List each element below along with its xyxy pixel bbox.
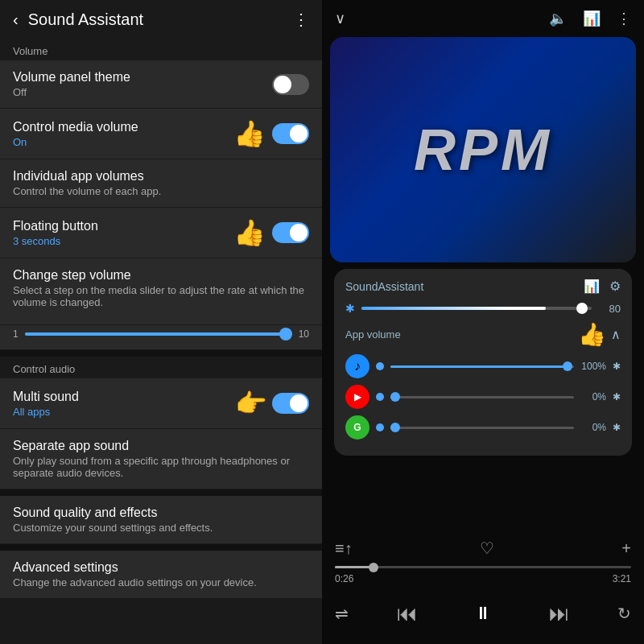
app1-slider-dot — [376, 362, 384, 370]
volume-section-label: Volume — [0, 39, 322, 60]
control-media-volume-subtitle: On — [13, 136, 233, 148]
app3-icon-symbol: G — [353, 422, 361, 433]
pause-button[interactable]: ⏸ — [465, 596, 501, 631]
slider-fill — [25, 332, 282, 336]
app-volume-label: App volume — [345, 328, 578, 341]
left-panel: ‹ Sound Assistant ⋮ Volume Volume panel … — [0, 0, 322, 644]
control-media-volume-title: Control media volume — [13, 120, 233, 134]
change-step-volume-title: Change step volume — [13, 268, 131, 283]
app3-slider[interactable] — [390, 427, 574, 429]
section-divider-2 — [0, 489, 322, 496]
back-button[interactable]: ‹ — [13, 10, 19, 29]
app1-bt-icon: ✱ — [613, 361, 621, 372]
app3-bt-icon: ✱ — [613, 422, 621, 433]
app2-icon-symbol: ▶ — [354, 391, 361, 402]
individual-app-volumes-subtitle: Control the volume of each app. — [13, 185, 309, 197]
sound-quality-title: Sound quality and effects — [13, 506, 309, 520]
chevron-down-icon[interactable]: ∨ — [335, 10, 345, 27]
volume-panel-theme-item[interactable]: Volume panel theme Off — [0, 60, 322, 108]
app-header: ‹ Sound Assistant ⋮ — [0, 0, 322, 39]
sa-bars-icon[interactable]: 📊 — [584, 279, 600, 294]
bluetooth-slider[interactable] — [361, 307, 592, 310]
thumbs-up-icon-media: 👍 — [233, 118, 266, 149]
change-step-volume-item: Change step volume Select a step on the … — [0, 258, 322, 324]
sa-panel-header: SoundAssistant 📊 ⚙ — [345, 279, 621, 294]
repeat-button[interactable]: ↻ — [617, 604, 631, 623]
app3-slider-thumb[interactable] — [390, 423, 400, 432]
separate-app-sound-subtitle: Only play sound from a specific app thro… — [13, 455, 309, 479]
multi-sound-title: Multi sound — [13, 390, 235, 404]
thumbs-up-icon-floating: 👍 — [233, 217, 266, 248]
app2-percent: 0% — [580, 391, 606, 402]
app2-icon: ▶ — [345, 385, 369, 409]
multi-sound-subtitle: All apps — [13, 406, 235, 418]
heart-icon[interactable]: ♡ — [480, 539, 494, 558]
multi-sound-item[interactable]: Multi sound All apps 👉 — [0, 378, 322, 428]
separate-app-sound-title: Separate app sound — [13, 439, 309, 453]
advanced-settings-title: Advanced settings — [13, 560, 309, 575]
prev-button[interactable]: ⏮ — [397, 601, 418, 626]
add-icon[interactable]: + — [621, 539, 631, 558]
bluetooth-value: 80 — [598, 303, 621, 315]
progress-track[interactable] — [335, 566, 631, 568]
control-media-volume-item[interactable]: Control media volume On 👍 — [0, 109, 322, 159]
app1-slider-fill — [390, 365, 565, 368]
floating-button-item[interactable]: Floating button 3 seconds 👍 — [0, 208, 322, 258]
advanced-settings-item[interactable]: Advanced settings Change the advanced au… — [0, 551, 322, 598]
bluetooth-slider-fill — [361, 307, 546, 310]
shuffle-button[interactable]: ⇌ — [335, 604, 349, 623]
app3-icon: G — [345, 415, 369, 440]
floating-button-toggle[interactable] — [272, 222, 309, 243]
sa-gear-icon[interactable]: ⚙ — [609, 279, 621, 294]
slider-min-label: 1 — [13, 328, 19, 340]
app1-slider[interactable] — [390, 365, 574, 368]
playlist-icon[interactable]: ≡↑ — [335, 539, 353, 558]
volume-panel-theme-title: Volume panel theme — [13, 70, 272, 85]
control-media-volume-toggle[interactable] — [272, 123, 309, 144]
bluetooth-icon: ✱ — [345, 302, 355, 315]
header-dots-icon[interactable]: ⋮ — [617, 10, 631, 27]
bluetooth-slider-row: ✱ 80 — [345, 302, 621, 315]
separate-app-sound-item[interactable]: Separate app sound Only play sound from … — [0, 429, 322, 489]
sound-quality-item[interactable]: Sound quality and effects Customize your… — [0, 496, 322, 543]
page-title: Sound Assistant — [28, 10, 293, 29]
app-row-1: ♪ 100% ✱ — [345, 354, 621, 378]
app2-slider-thumb[interactable] — [390, 392, 400, 402]
player-section: ≡↑ ♡ + 0:26 3:21 ⇌ ⏮ ⏸ ⏭ ↻ — [322, 462, 644, 644]
advanced-settings-subtitle: Change the advanced audio settings on yo… — [13, 576, 309, 588]
thumbs-up-sa-icon: 👍 — [578, 321, 606, 348]
bars-icon[interactable]: 📊 — [583, 10, 601, 27]
app3-percent: 0% — [580, 422, 606, 433]
volume-icon[interactable]: 🔈 — [549, 10, 567, 27]
sound-assistant-panel: SoundAssistant 📊 ⚙ ✱ 80 App volume 👍 ∧ ♪ — [334, 269, 632, 456]
app3-slider-dot — [376, 423, 384, 431]
playback-controls: ⇌ ⏮ ⏸ ⏭ ↻ — [335, 596, 631, 631]
album-art: RPM — [330, 37, 636, 262]
multi-sound-toggle[interactable] — [272, 393, 309, 414]
step-volume-slider[interactable] — [25, 332, 292, 336]
header-menu-button[interactable]: ⋮ — [293, 10, 309, 29]
control-audio-section-label: Control audio — [0, 357, 322, 378]
app1-percent: 100% — [580, 361, 606, 372]
app2-slider[interactable] — [390, 396, 574, 398]
app-row-3: G 0% ✱ — [345, 415, 621, 440]
progress-thumb[interactable] — [369, 563, 378, 572]
progress-fill — [335, 566, 374, 568]
chevron-up-icon[interactable]: ∧ — [611, 327, 621, 342]
album-art-overlay — [330, 37, 636, 262]
individual-app-volumes-title: Individual app volumes — [13, 169, 309, 184]
slider-thumb[interactable] — [279, 328, 292, 341]
individual-app-volumes-item[interactable]: Individual app volumes Control the volum… — [0, 159, 322, 207]
floating-button-subtitle: 3 seconds — [13, 235, 233, 247]
player-header: ∨ 🔈 📊 ⋮ — [322, 0, 644, 37]
app1-slider-thumb[interactable] — [563, 361, 572, 371]
volume-panel-theme-toggle[interactable] — [272, 74, 309, 95]
section-divider-3 — [0, 544, 322, 551]
bluetooth-slider-thumb[interactable] — [576, 303, 588, 314]
pointing-hand-icon: 👉 — [235, 388, 267, 419]
time-row: 0:26 3:21 — [335, 573, 631, 584]
sound-quality-subtitle: Customize your sound settings and effect… — [13, 522, 309, 534]
app1-icon-symbol: ♪ — [354, 359, 361, 374]
next-button[interactable]: ⏭ — [549, 601, 570, 626]
slider-max-label: 10 — [299, 328, 309, 340]
